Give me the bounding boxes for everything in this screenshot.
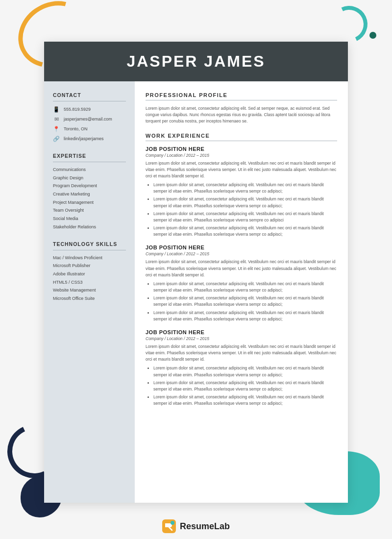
- phone-icon: 📱: [53, 106, 60, 113]
- work-section: WORK EXPERIENCE JOB POSITION HERECompany…: [146, 133, 337, 407]
- resume-sidebar: CONTACT 📱 555.819.5929 ✉ jasperjames@ema…: [44, 81, 135, 503]
- job-description: Lorem ipsum dolor sit amet, consectetur …: [146, 259, 337, 278]
- expertise-item: Graphic Design: [53, 175, 126, 181]
- expertise-item: Creative Marketing: [53, 192, 126, 197]
- contact-divider: [53, 101, 126, 101]
- tech-section: TECHNOLOGY SKILLS Mac / Windows Proficie…: [53, 241, 126, 302]
- jobs-list: JOB POSITION HERECompany / Location / 20…: [146, 146, 337, 407]
- brand-plain: Resume: [180, 521, 214, 531]
- job-company: Company / Location / 2012 – 2015: [146, 251, 337, 256]
- tech-item: Microsoft Office Suite: [53, 296, 126, 302]
- job-bullets: Lorem ipsum dolor sit amet, consectetur …: [153, 182, 337, 238]
- contact-phone: 📱 555.819.5929: [53, 106, 126, 113]
- expertise-item: Stakeholder Relations: [53, 224, 126, 230]
- expertise-item: Project Management: [53, 200, 126, 206]
- job-bullet: Lorem ipsum dolor sit amet, consectetur …: [153, 196, 337, 209]
- tech-item: Website Management: [53, 288, 126, 294]
- job-bullets: Lorem ipsum dolor sit amet, consectetur …: [153, 365, 337, 407]
- resumelab-logo: [162, 519, 176, 533]
- contact-label: CONTACT: [53, 92, 126, 98]
- job-title: JOB POSITION HERE: [146, 146, 337, 152]
- svg-point-1: [171, 521, 174, 525]
- resume-main: PROFESSIONAL PROFILE Lorem ipsum dolor s…: [135, 81, 348, 503]
- candidate-name: JASPER JAMES: [59, 52, 333, 71]
- tech-item: Microsoft Publisher: [53, 263, 126, 269]
- linkedin-text: linkedin/jasperjames: [64, 136, 104, 142]
- contact-linkedin: 🔗 linkedin/jasperjames: [53, 136, 126, 142]
- expertise-label: EXPERTISE: [53, 153, 126, 159]
- job-bullet: Lorem ipsum dolor sit amet, consectetur …: [153, 225, 337, 238]
- brand-bold: Lab: [214, 521, 230, 531]
- work-title: WORK EXPERIENCE: [146, 133, 337, 139]
- email-icon: ✉: [53, 116, 60, 122]
- decoration-teal-arc: [325, 0, 372, 48]
- tech-item: HTML5 / CSS3: [53, 280, 126, 286]
- job-company: Company / Location / 2012 – 2015: [146, 153, 337, 158]
- profile-divider: [146, 100, 337, 100]
- linkedin-icon: 🔗: [53, 136, 60, 142]
- tech-divider: [53, 250, 126, 250]
- contact-email: ✉ jasperjames@email.com: [53, 116, 126, 122]
- job-bullet: Lorem ipsum dolor sit amet, consectetur …: [153, 182, 337, 195]
- expertise-item: Social Media: [53, 216, 126, 222]
- profile-section: PROFESSIONAL PROFILE Lorem ipsum dolor s…: [146, 92, 337, 125]
- job-bullet: Lorem ipsum dolor sit amet, consectetur …: [153, 394, 337, 407]
- job-bullet: Lorem ipsum dolor sit amet, consectetur …: [153, 295, 337, 308]
- job-company: Company / Location / 2012 – 2015: [146, 336, 337, 341]
- expertise-item: Communications: [53, 167, 126, 173]
- job-title: JOB POSITION HERE: [146, 245, 337, 250]
- job-bullet: Lorem ipsum dolor sit amet, consectetur …: [153, 281, 337, 294]
- tech-label: TECHNOLOGY SKILLS: [53, 241, 126, 247]
- phone-text: 555.819.5929: [64, 107, 91, 113]
- job-bullets: Lorem ipsum dolor sit amet, consectetur …: [153, 281, 337, 322]
- contact-section: CONTACT 📱 555.819.5929 ✉ jasperjames@ema…: [53, 92, 126, 142]
- job-entry: JOB POSITION HERECompany / Location / 20…: [146, 329, 337, 407]
- contact-location: 📍 Toronto, ON: [53, 126, 126, 132]
- expertise-list: CommunicationsGraphic DesignProgram Deve…: [53, 167, 126, 230]
- job-bullet: Lorem ipsum dolor sit amet, consectetur …: [153, 310, 337, 322]
- expertise-section: EXPERTISE CommunicationsGraphic DesignPr…: [53, 153, 126, 230]
- expertise-item: Team Oversight: [53, 208, 126, 214]
- branding-area: ResumeLab: [162, 519, 230, 533]
- job-description: Lorem ipsum dolor sit amet, consectetur …: [146, 343, 337, 363]
- job-title: JOB POSITION HERE: [146, 329, 337, 335]
- resume-header: JASPER JAMES: [44, 42, 348, 81]
- job-bullet: Lorem ipsum dolor sit amet, consectetur …: [153, 365, 337, 378]
- expertise-item: Program Development: [53, 183, 126, 189]
- location-icon: 📍: [53, 126, 60, 132]
- decoration-teal-dot: [369, 32, 376, 39]
- tech-list: Mac / Windows ProficientMicrosoft Publis…: [53, 255, 126, 302]
- email-text: jasperjames@email.com: [64, 117, 112, 122]
- resume-document: JASPER JAMES CONTACT 📱 555.819.5929 ✉ ja…: [44, 42, 348, 503]
- job-bullet: Lorem ipsum dolor sit amet, consectetur …: [153, 380, 337, 392]
- work-divider: [146, 141, 337, 141]
- location-text: Toronto, ON: [64, 126, 88, 132]
- expertise-divider: [53, 162, 126, 162]
- job-description: Lorem ipsum dolor sit amet, consectetur …: [146, 160, 337, 180]
- branding-text: ResumeLab: [180, 521, 230, 532]
- job-bullet: Lorem ipsum dolor sit amet, consectetur …: [153, 211, 337, 223]
- job-entry: JOB POSITION HERECompany / Location / 20…: [146, 245, 337, 322]
- profile-text: Lorem ipsum dolor sit amet, consectetur …: [146, 105, 337, 125]
- resume-body: CONTACT 📱 555.819.5929 ✉ jasperjames@ema…: [44, 81, 348, 503]
- tech-item: Mac / Windows Proficient: [53, 255, 126, 261]
- profile-title: PROFESSIONAL PROFILE: [146, 92, 337, 98]
- job-entry: JOB POSITION HERECompany / Location / 20…: [146, 146, 337, 238]
- tech-item: Adobe Illustrator: [53, 271, 126, 277]
